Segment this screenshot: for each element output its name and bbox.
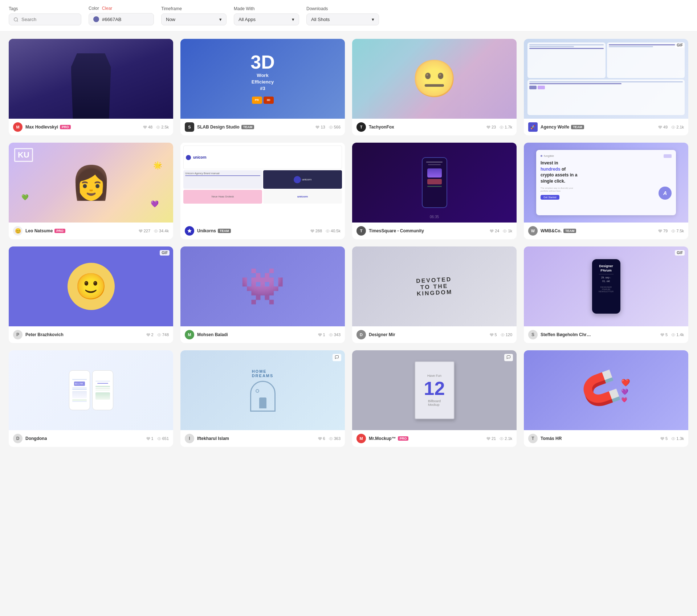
shot-thumbnail: fungible Invest inhundreds ofcrypto asse… bbox=[524, 143, 688, 223]
likes-stat: 1 bbox=[146, 436, 154, 441]
views-count: 1.7k bbox=[505, 125, 512, 129]
eye-icon bbox=[157, 437, 161, 441]
stats: 13 566 bbox=[315, 125, 341, 129]
pro-badge: PRO bbox=[398, 436, 409, 441]
shot-card[interactable]: 3D WorkEfficiency#3 PR 3D S SLAB Design … bbox=[180, 39, 345, 135]
svg-point-2 bbox=[158, 127, 159, 128]
heart-icon bbox=[486, 125, 490, 129]
meta-info: Mohsen Baladi bbox=[197, 332, 315, 337]
views-stat: 1.4k bbox=[671, 333, 684, 337]
stats: 5 1.4k bbox=[660, 333, 684, 337]
shot-meta: M Mohsen Baladi 1 343 bbox=[180, 326, 345, 343]
views-count: 566 bbox=[334, 125, 341, 129]
shot-thumbnail: GIF bbox=[524, 39, 688, 119]
avatar: I bbox=[185, 434, 194, 443]
shot-card[interactable]: unicorn Unicorn Agency Brand manual unic… bbox=[180, 143, 345, 239]
likes-stat: 5 bbox=[660, 436, 668, 441]
heart-icon bbox=[660, 437, 664, 441]
shot-thumbnail: 👾 bbox=[180, 246, 345, 326]
shot-card[interactable]: 🧲 ❤️ 💜 💗 T Tomás HR 5 bbox=[524, 350, 688, 447]
shot-thumbnail bbox=[9, 39, 173, 119]
stats: 23 1.7k bbox=[486, 125, 512, 129]
shot-meta: W WMB&Co. TEAM 79 7.5k bbox=[524, 223, 688, 239]
heart-icon bbox=[143, 125, 147, 129]
eye-icon bbox=[671, 229, 675, 233]
avatar: M bbox=[356, 434, 366, 443]
author-name: SLAB Design Studio bbox=[197, 125, 240, 130]
views-count: 1.3k bbox=[676, 436, 684, 441]
author-row: Designer Mir bbox=[369, 332, 487, 337]
shot-thumbnail: 🧲 ❤️ 💜 💗 bbox=[524, 350, 688, 430]
shot-thumbnail: DesignerF%rum 29. sep -01. okt DESIGNERF… bbox=[524, 246, 688, 326]
likes-count: 1 bbox=[323, 333, 325, 337]
shot-card[interactable]: $11,708 D bbox=[9, 350, 173, 447]
made-with-select[interactable]: All Apps ▾ bbox=[234, 13, 299, 25]
likes-count: 5 bbox=[665, 333, 668, 337]
svg-point-12 bbox=[330, 334, 331, 335]
likes-stat: 79 bbox=[658, 229, 668, 233]
heart-icon bbox=[490, 229, 494, 233]
eye-icon bbox=[671, 125, 675, 129]
author-row: TachyonFox bbox=[369, 125, 484, 130]
shot-card[interactable]: 06:35 T TimesSquare - Community bbox=[352, 143, 517, 239]
tags-search-input[interactable] bbox=[21, 17, 77, 22]
likes-count: 227 bbox=[144, 229, 150, 233]
heart-icon bbox=[315, 125, 319, 129]
shot-card[interactable]: 🙂 GIF P Peter Brazhkovich 2 748 bbox=[9, 246, 173, 343]
heart-icon bbox=[490, 333, 494, 337]
svg-point-17 bbox=[501, 438, 502, 439]
tags-input-wrapper[interactable] bbox=[9, 13, 81, 25]
views-count: 120 bbox=[506, 333, 512, 337]
downloads-select[interactable]: All Shots ▾ bbox=[306, 13, 379, 25]
views-stat: 7.5k bbox=[671, 229, 684, 233]
shot-card[interactable]: 👾 M Mohsen Baladi 1 343 bbox=[180, 246, 345, 343]
avatar: W bbox=[528, 226, 538, 236]
shot-thumbnail: KU 👩 🌟 💚 💜 bbox=[9, 143, 173, 223]
svg-point-13 bbox=[502, 334, 503, 335]
likes-stat: 23 bbox=[486, 125, 496, 129]
meta-info: Iftekharul Islam bbox=[197, 436, 315, 441]
shot-card[interactable]: 😐 T TachyonFox 23 1.7k bbox=[352, 39, 517, 135]
views-count: 40.5k bbox=[331, 229, 341, 233]
author-name: Designer Mir bbox=[369, 332, 395, 337]
color-clear-link[interactable]: Clear bbox=[102, 6, 113, 11]
author-row: Agency Wolfe TEAM bbox=[541, 125, 655, 130]
meta-info: SLAB Design Studio TEAM bbox=[197, 125, 313, 130]
views-stat: 566 bbox=[329, 125, 341, 129]
svg-point-18 bbox=[673, 438, 674, 439]
likes-stat: 227 bbox=[139, 229, 150, 233]
shot-thumbnail: 😐 bbox=[352, 39, 517, 119]
shot-meta: D Dongdona 1 651 bbox=[9, 430, 173, 447]
heart-icon bbox=[146, 437, 150, 441]
shot-card[interactable]: DEVOTEDTO THEKINGDOM D Designer Mir 5 12… bbox=[352, 246, 517, 343]
shot-card[interactable]: KU 👩 🌟 💚 💜 😊 Leo Natsume PRO 227 bbox=[9, 143, 173, 239]
stats: 288 40.5k bbox=[310, 229, 341, 233]
views-stat: 2.5k bbox=[156, 125, 169, 129]
comment-badge bbox=[333, 354, 341, 361]
shot-card[interactable]: M Max Hodlevskyi PRO 48 2.5k bbox=[9, 39, 173, 135]
likes-count: 1 bbox=[151, 436, 154, 441]
author-name: TachyonFox bbox=[369, 125, 394, 130]
views-stat: 2.1k bbox=[671, 125, 684, 129]
shot-card[interactable]: HOMEDREAMS I Iftekharul Islam bbox=[180, 350, 345, 447]
shot-thumbnail: DEVOTEDTO THEKINGDOM bbox=[352, 246, 517, 326]
shot-card[interactable]: Have Fun 12 BillboardMockup M Mr.Mockup™… bbox=[352, 350, 517, 447]
eye-icon bbox=[500, 437, 504, 441]
chevron-down-icon-2: ▾ bbox=[292, 17, 294, 22]
avatar bbox=[185, 226, 194, 236]
views-stat: 40.5k bbox=[326, 229, 341, 233]
color-input-wrapper[interactable]: #6667AB bbox=[89, 13, 154, 25]
eye-icon bbox=[500, 125, 504, 129]
shot-card[interactable]: GIF 🚀 Agency Wolfe TEAM 49 2.1k bbox=[524, 39, 688, 135]
shot-card[interactable]: DesignerF%rum 29. sep -01. okt DESIGNERF… bbox=[524, 246, 688, 343]
shot-card[interactable]: fungible Invest inhundreds ofcrypto asse… bbox=[524, 143, 688, 239]
likes-count: 79 bbox=[663, 229, 668, 233]
team-badge: TEAM bbox=[571, 125, 584, 129]
color-filter-group: Color Clear #6667AB bbox=[89, 6, 154, 25]
timeframe-value: Now bbox=[166, 17, 175, 22]
views-stat: 363 bbox=[329, 436, 341, 441]
timeframe-select[interactable]: Now ▾ bbox=[161, 13, 227, 25]
views-count: 651 bbox=[162, 436, 169, 441]
stats: 24 1k bbox=[490, 229, 512, 233]
views-count: 2.1k bbox=[676, 125, 684, 129]
